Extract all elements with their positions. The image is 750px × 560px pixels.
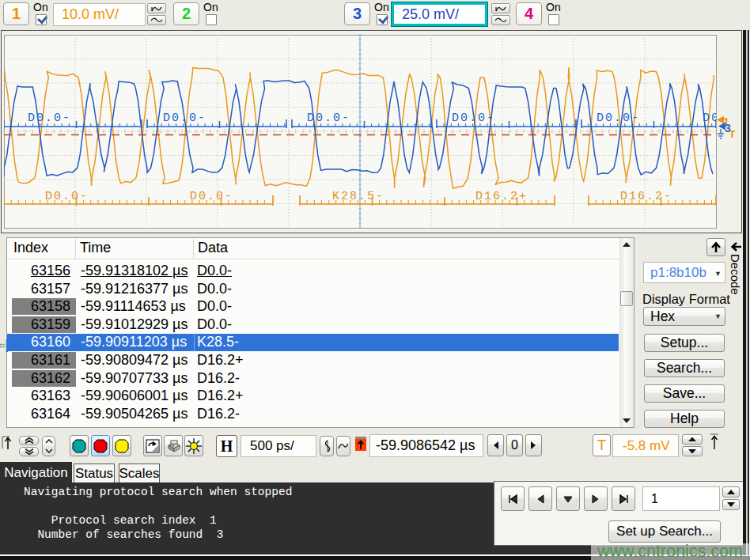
svg-text:D0.0-: D0.0- xyxy=(190,190,233,203)
svg-text:D16.2+: D16.2+ xyxy=(475,190,528,203)
svg-text:D16.2-: D16.2- xyxy=(620,190,672,203)
svg-text:K28.5-: K28.5- xyxy=(332,190,384,203)
svg-text:T: T xyxy=(729,128,736,140)
svg-text:D0.0-: D0.0- xyxy=(163,112,206,125)
svg-text:D0.0-: D0.0- xyxy=(28,112,71,125)
svg-text:D0.0-: D0.0- xyxy=(307,112,350,125)
svg-text:D0.0-: D0.0- xyxy=(452,112,495,125)
svg-text:D0.0-: D0.0- xyxy=(45,190,89,203)
svg-text:D0.0-: D0.0- xyxy=(597,112,640,125)
